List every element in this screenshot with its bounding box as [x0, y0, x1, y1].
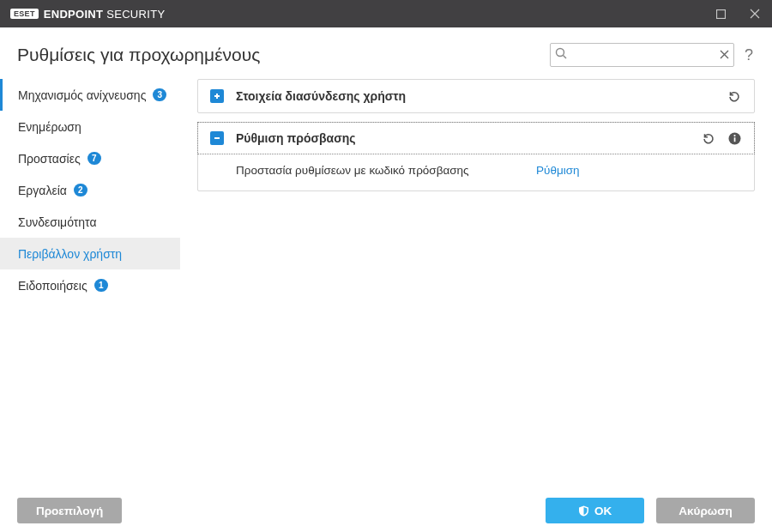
brand-badge: ESET	[10, 9, 39, 19]
sidebar-item-label: Ειδοποιήσεις	[18, 279, 87, 293]
sidebar: Μηχανισμός ανίχνευσης3ΕνημέρωσηΠροστασίε…	[0, 76, 180, 486]
close-button[interactable]	[738, 0, 772, 27]
undo-button[interactable]	[701, 130, 716, 146]
undo-icon	[702, 131, 715, 145]
sidebar-item[interactable]: Ειδοποιήσεις1	[0, 269, 180, 301]
x-icon	[720, 50, 729, 59]
panel: Ρύθμιση πρόσβασηςΠροστασία ρυθμίσεων με …	[197, 122, 755, 191]
svg-rect-3	[733, 137, 735, 142]
cancel-button[interactable]: Ακύρωση	[656, 498, 755, 523]
search-box	[550, 43, 734, 67]
collapse-icon	[210, 131, 224, 145]
page-title: Ρυθμίσεις για προχωρημένους	[17, 45, 260, 65]
sidebar-item[interactable]: Ενημέρωση	[0, 111, 180, 142]
sidebar-item[interactable]: Συνδεσιμότητα	[0, 206, 180, 238]
main: Μηχανισμός ανίχνευσης3ΕνημέρωσηΠροστασίε…	[0, 76, 772, 486]
sidebar-item[interactable]: Προστασίες7	[0, 142, 180, 174]
sidebar-item-label: Συνδεσιμότητα	[18, 215, 97, 229]
header-tools: ?	[550, 43, 755, 67]
panel-header[interactable]: Ρύθμιση πρόσβασης	[197, 122, 755, 154]
help-button[interactable]: ?	[743, 46, 755, 64]
sidebar-badge: 3	[153, 88, 166, 101]
panel-title: Στοιχεία διασύνδεσης χρήστη	[236, 89, 715, 103]
panel-header[interactable]: Στοιχεία διασύνδεσης χρήστη	[198, 80, 754, 112]
footer-right: OK Ακύρωση	[546, 498, 755, 523]
ok-button[interactable]: OK	[546, 498, 644, 523]
header: Ρυθμίσεις για προχωρημένους ?	[0, 27, 772, 76]
search-input[interactable]	[550, 43, 734, 67]
panel: Στοιχεία διασύνδεσης χρήστη	[197, 79, 755, 113]
brand: ESET ENDPOINT SECURITY	[10, 8, 165, 21]
brand-text: ENDPOINT SECURITY	[44, 8, 166, 21]
window-controls	[703, 0, 772, 27]
maximize-button[interactable]	[703, 0, 738, 27]
panel-actions	[701, 130, 742, 146]
panel-body: Προστασία ρυθμίσεων με κωδικό πρόσβασηςΡ…	[198, 154, 754, 190]
search-clear-button[interactable]	[720, 47, 729, 63]
svg-point-4	[733, 135, 735, 136]
titlebar: ESET ENDPOINT SECURITY	[0, 0, 772, 27]
content: Στοιχεία διασύνδεσης χρήστηΡύθμιση πρόσβ…	[180, 76, 772, 486]
setting-label: Προστασία ρυθμίσεων με κωδικό πρόσβασης	[236, 164, 536, 177]
sidebar-badge: 2	[74, 184, 87, 196]
panel-title: Ρύθμιση πρόσβασης	[236, 131, 689, 145]
sidebar-item[interactable]: Μηχανισμός ανίχνευσης3	[0, 79, 180, 111]
sidebar-badge: 7	[87, 152, 101, 165]
sidebar-item[interactable]: Περιβάλλον χρήστη	[0, 238, 180, 269]
sidebar-item-label: Μηχανισμός ανίχνευσης	[18, 88, 146, 102]
info-button[interactable]	[727, 130, 742, 146]
undo-button[interactable]	[727, 88, 742, 104]
maximize-icon	[716, 9, 726, 19]
svg-rect-0	[716, 9, 725, 18]
shield-icon	[578, 505, 589, 517]
footer: Προεπιλογή OK Ακύρωση	[0, 489, 772, 532]
close-icon	[750, 9, 760, 19]
undo-icon	[727, 89, 741, 103]
sidebar-badge: 1	[94, 279, 108, 292]
panel-actions	[727, 88, 742, 104]
sidebar-item-label: Προστασίες	[18, 152, 81, 166]
setting-link[interactable]: Ρύθμιση	[536, 164, 580, 177]
sidebar-item-label: Εργαλεία	[18, 184, 67, 197]
expand-icon	[210, 89, 224, 103]
default-button[interactable]: Προεπιλογή	[17, 498, 122, 523]
sidebar-item-label: Περιβάλλον χρήστη	[18, 247, 122, 261]
info-icon	[728, 132, 741, 145]
sidebar-item[interactable]: Εργαλεία2	[0, 174, 180, 206]
sidebar-item-label: Ενημέρωση	[18, 120, 81, 134]
